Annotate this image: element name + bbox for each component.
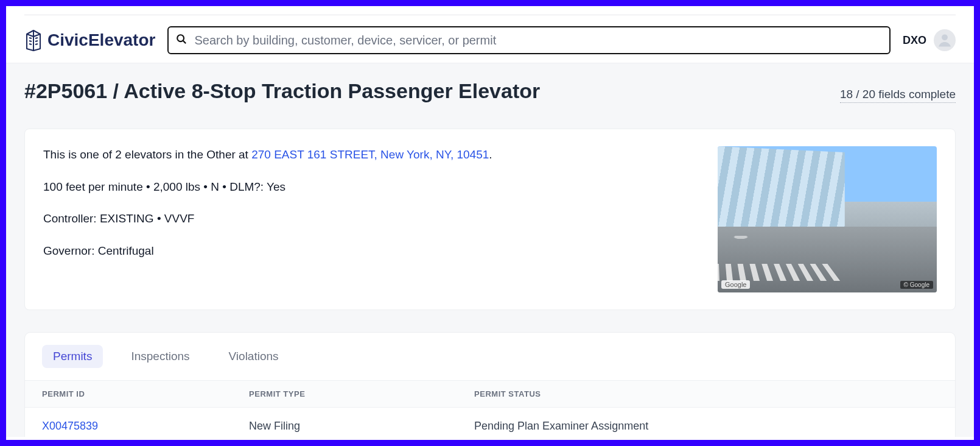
streetview-thumb[interactable]: Google © Google [718,146,937,292]
search-wrap [167,26,891,54]
user-initials: DXO [903,34,926,47]
tabs-card: Permits Inspections Violations PERMIT ID… [24,332,956,437]
permit-status-cell: Pending Plan Examiner Assignment [474,420,938,433]
tab-violations[interactable]: Violations [218,345,290,368]
search-input[interactable] [167,26,891,54]
search-icon [176,34,187,47]
brand-name: CivicElevator [47,30,155,50]
building-icon [24,29,43,51]
info-line-address: This is one of 2 elevators in the Other … [43,146,699,164]
page-title: #2P5061 / Active 8-Stop Traction Passeng… [24,79,540,103]
permits-table-header: PERMIT ID PERMIT TYPE PERMIT STATUS [25,380,955,408]
tabs: Permits Inspections Violations [25,333,955,380]
topbar: CivicElevator DXO [24,15,956,63]
table-row: X00475839 New Filing Pending Plan Examin… [25,408,955,437]
address-link[interactable]: 270 EAST 161 STREET, New York, NY, 10451 [251,148,489,161]
col-permit-id: PERMIT ID [42,389,249,398]
permit-id-link[interactable]: X00475839 [42,420,98,432]
permit-type-cell: New Filing [249,420,474,433]
info-line-governor: Governor: Centrifugal [43,242,699,260]
svg-point-2 [942,34,948,40]
fields-complete[interactable]: 18 / 20 fields complete [840,88,956,103]
col-permit-status: PERMIT STATUS [474,389,938,398]
info-card: This is one of 2 elevators in the Other … [24,129,956,310]
svg-line-1 [183,41,186,43]
map-attrib-2: © Google [900,281,933,289]
col-permit-type: PERMIT TYPE [249,389,474,398]
map-attrib: Google [721,280,750,289]
avatar [934,29,956,51]
svg-point-0 [178,35,184,41]
tab-inspections[interactable]: Inspections [120,345,200,368]
info-line-controller: Controller: EXISTING • VVVF [43,210,699,228]
brand-logo[interactable]: CivicElevator [24,29,155,51]
info-line-specs: 100 feet per minute • 2,000 lbs • N • DL… [43,179,699,196]
tab-permits[interactable]: Permits [42,345,103,368]
user-area[interactable]: DXO [903,29,956,51]
